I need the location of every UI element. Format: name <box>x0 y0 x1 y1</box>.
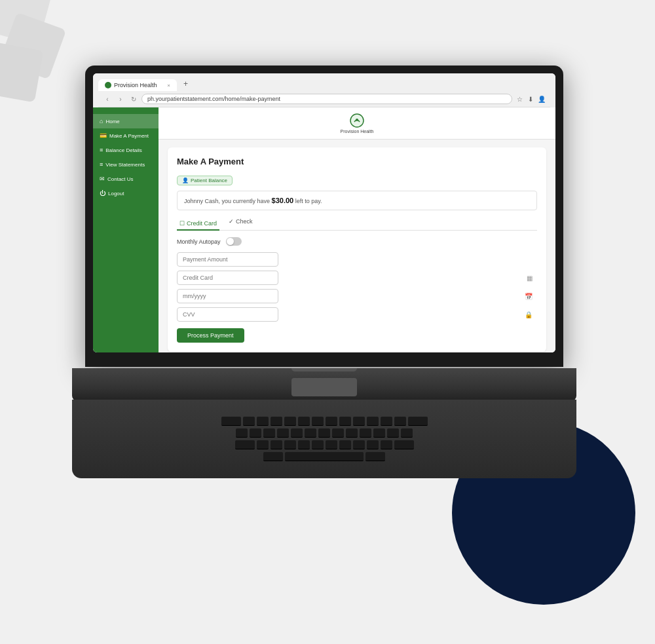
key <box>353 440 365 449</box>
patient-balance-tag-icon: 👤 <box>182 178 189 183</box>
browser-chrome: Provision Health × + ‹ › ↻ ☆ ⬇ 👤 <box>93 73 555 107</box>
balance-icon: ≡ <box>100 147 103 153</box>
expiry-input[interactable] <box>177 289 278 303</box>
sidebar-item-home[interactable]: ⌂ Home <box>93 114 159 128</box>
key <box>373 428 385 438</box>
svg-point-4 <box>356 119 358 121</box>
download-icon[interactable]: ⬇ <box>526 94 535 104</box>
key <box>367 440 379 449</box>
payment-amount-input[interactable] <box>177 252 278 267</box>
new-tab-button[interactable]: + <box>178 77 193 91</box>
sidebar-item-contact-us[interactable]: ✉ Contact Us <box>93 172 159 186</box>
tab-favicon <box>105 82 111 88</box>
laptop-keyboard <box>72 400 576 478</box>
sidebar-item-home-label: Home <box>105 119 119 124</box>
key <box>339 440 351 449</box>
balance-box: Johnny Cash, you currently have $30.00 l… <box>177 191 537 210</box>
key <box>326 417 337 426</box>
autopay-label: Monthly Autopay <box>177 238 221 245</box>
calendar-icon: 📅 <box>525 293 533 300</box>
credit-card-input[interactable] <box>177 271 278 285</box>
expiry-field: 📅 <box>177 289 537 303</box>
profile-icon[interactable]: 👤 <box>537 94 546 104</box>
address-bar[interactable] <box>141 94 512 104</box>
key <box>387 428 399 438</box>
statements-icon: ≡ <box>100 161 103 168</box>
key <box>312 440 324 449</box>
credit-card-field: ▦ <box>177 271 537 285</box>
sidebar-item-balance-label: Balance Details <box>105 147 142 153</box>
key <box>263 452 283 461</box>
key <box>353 417 365 426</box>
key <box>381 417 392 426</box>
balance-text-suffix: left to pay. <box>295 198 322 204</box>
sidebar-item-balance-details[interactable]: ≡ Balance Details <box>93 143 159 157</box>
sidebar-item-statements-label: View Statements <box>105 162 145 168</box>
sidebar-item-make-payment[interactable]: 💳 Make A Payment <box>93 128 159 143</box>
svg-rect-2 <box>0 42 43 103</box>
payment-icon: 💳 <box>100 132 107 139</box>
key <box>257 417 269 426</box>
key <box>381 440 392 449</box>
laptop-hinge <box>291 368 357 371</box>
home-icon: ⌂ <box>100 118 103 124</box>
cvv-field: 🔒 <box>177 307 537 322</box>
toggle-knob <box>227 238 234 245</box>
browser-tab-active[interactable]: Provision Health × <box>98 79 177 91</box>
key <box>365 452 385 461</box>
key <box>312 417 324 426</box>
tab-check[interactable]: ✓ Check <box>226 217 255 226</box>
key <box>367 417 379 426</box>
sidebar-item-view-statements[interactable]: ≡ View Statements <box>93 157 159 172</box>
key <box>305 428 316 438</box>
refresh-button[interactable]: ↻ <box>128 94 139 104</box>
logo-container: Provision Health <box>341 113 374 134</box>
tab-credit-card[interactable]: ☐ Credit Card <box>177 217 219 231</box>
key <box>271 440 282 449</box>
keyboard-row-spacebar <box>263 452 385 461</box>
patient-balance-tag: 👤 Patient Balance <box>177 176 233 185</box>
cvv-input[interactable] <box>177 307 278 322</box>
app-layout: ⌂ Home 💳 Make A Payment ≡ Balance Detail… <box>93 107 555 352</box>
credit-card-field-icon: ▦ <box>527 275 533 282</box>
key <box>298 417 310 426</box>
laptop-base <box>72 368 576 401</box>
key <box>339 417 351 426</box>
key <box>257 440 269 449</box>
laptop-screen-bezel: Provision Health × + ‹ › ↻ ☆ ⬇ 👤 <box>85 66 563 367</box>
tab-close-button[interactable]: × <box>167 83 170 88</box>
key <box>291 428 303 438</box>
page-title: Make A Payment <box>177 157 537 166</box>
sidebar-item-payment-label: Make A Payment <box>109 133 149 139</box>
laptop-wrapper: Provision Health × + ‹ › ↻ ☆ ⬇ 👤 <box>85 66 563 511</box>
sidebar-item-logout[interactable]: ⏻ Logout <box>93 186 159 200</box>
patient-balance-tag-label: Patient Balance <box>191 178 227 183</box>
trackpad <box>291 378 357 396</box>
payment-amount-field <box>177 252 537 267</box>
page-card: Make A Payment 👤 Patient Balance Johnny … <box>168 147 546 352</box>
bookmark-icon[interactable]: ☆ <box>515 94 524 104</box>
key <box>394 440 414 449</box>
process-payment-button[interactable]: Process Payment <box>177 328 244 343</box>
credit-card-tab-label: Credit Card <box>187 220 217 227</box>
key <box>284 440 296 449</box>
spacebar-key <box>285 452 364 461</box>
check-tab-icon: ✓ <box>229 218 234 225</box>
autopay-toggle[interactable] <box>226 237 242 246</box>
key <box>394 417 406 426</box>
check-tab-label: Check <box>236 218 253 225</box>
sidebar-item-contact-label: Contact Us <box>107 176 134 182</box>
back-button[interactable]: ‹ <box>102 94 113 104</box>
keyboard-row-2 <box>236 428 413 438</box>
keyboard-row-3 <box>235 440 414 449</box>
sidebar-item-logout-label: Logout <box>108 191 124 197</box>
lock-icon: 🔒 <box>525 311 533 318</box>
key <box>250 428 261 438</box>
toolbar-icons: ☆ ⬇ 👤 <box>515 94 546 104</box>
keyboard-row-1 <box>221 417 428 426</box>
logo-text: Provision Health <box>341 129 374 134</box>
credit-card-tab-icon: ☐ <box>179 220 185 227</box>
key <box>271 417 282 426</box>
key <box>332 428 344 438</box>
forward-button[interactable]: › <box>115 94 126 104</box>
